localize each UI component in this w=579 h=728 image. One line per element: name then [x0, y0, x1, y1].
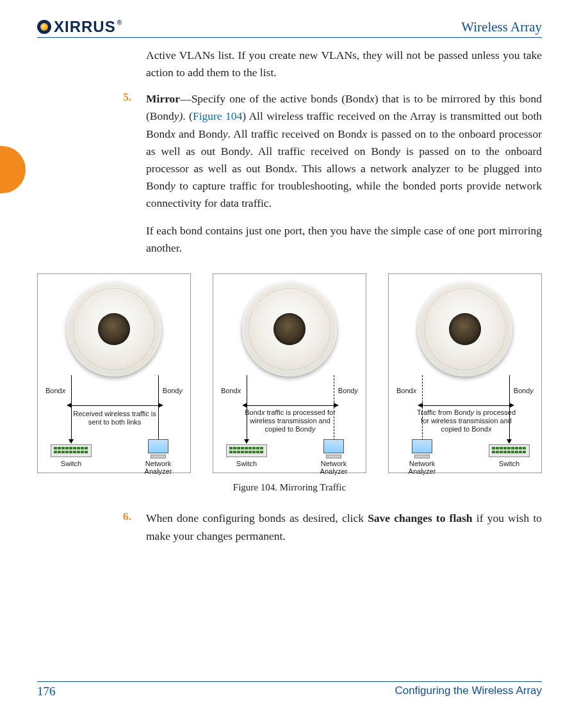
- panel-note: Traffic from Bondy is processed for wire…: [413, 408, 519, 433]
- page-number: 176: [37, 684, 56, 699]
- step-6: 6. When done configuring bonds as desire…: [146, 510, 542, 544]
- step-5-number: 5.: [123, 90, 131, 104]
- figure-panel-1: Bondx Bondy Received wireless traffic is…: [37, 273, 191, 473]
- brand-logo: XIRRUS®: [37, 18, 122, 36]
- step-5-para2: If each bond contains just one port, the…: [146, 222, 542, 257]
- analyzer-icon: [323, 439, 344, 458]
- bondy-label: Bondy: [163, 387, 183, 394]
- figure-caption: Figure 104. Mirroring Traffic: [37, 482, 542, 493]
- step-6-number: 6.: [123, 510, 131, 523]
- section-title: Configuring the Wireless Array: [395, 684, 542, 699]
- intro-paragraph: Active VLANs list. If you create new VLA…: [146, 47, 542, 81]
- page-footer: 176 Configuring the Wireless Array: [37, 681, 542, 699]
- figure-104: Bondx Bondy Received wireless traffic is…: [37, 273, 542, 473]
- array-device-icon: [242, 282, 337, 376]
- switch-icon: [51, 444, 92, 457]
- switch-icon: [226, 444, 267, 457]
- step-6-body: When done configuring bonds as desired, …: [146, 510, 542, 544]
- array-device-icon: [418, 282, 512, 376]
- switch-icon: [489, 444, 530, 457]
- doc-title: Wireless Array: [461, 19, 542, 35]
- analyzer-label: Network Analyzer: [403, 460, 441, 475]
- bondy-label: Bondy: [514, 387, 534, 394]
- switch-label: Switch: [490, 460, 528, 467]
- figure-panel-3: Bondx Bondy Traffic from Bondy is proces…: [388, 273, 542, 473]
- switch-label: Switch: [52, 460, 90, 467]
- bondx-label: Bondx: [221, 387, 241, 394]
- array-device-icon: [67, 282, 161, 376]
- analyzer-label: Network Analyzer: [139, 460, 177, 475]
- switch-label: Switch: [227, 460, 266, 467]
- panel-note: Bondx traffic is processed for wireless …: [239, 408, 341, 433]
- analyzer-icon: [412, 439, 432, 458]
- figure-104-link[interactable]: Figure 104: [193, 109, 242, 122]
- logo-text: XIRRUS®: [54, 18, 122, 36]
- analyzer-label: Network Analyzer: [314, 460, 353, 475]
- bondy-label: Bondy: [338, 387, 358, 394]
- step-5-body: Mirror—Specify one of the active bonds (…: [146, 90, 542, 257]
- bondx-label: Bondx: [396, 387, 416, 394]
- figure-panel-2: Bondx Bondy Bondx traffic is processed f…: [213, 273, 366, 473]
- section-tab-icon: [0, 146, 26, 193]
- bondx-label: Bondx: [45, 387, 65, 394]
- panel-note: Received wireless traffic is sent to bot…: [69, 410, 161, 426]
- logo-icon: [37, 20, 51, 34]
- step-5: 5. Mirror—Specify one of the active bond…: [146, 90, 542, 257]
- analyzer-icon: [148, 439, 168, 458]
- page-header: XIRRUS® Wireless Array: [37, 18, 542, 38]
